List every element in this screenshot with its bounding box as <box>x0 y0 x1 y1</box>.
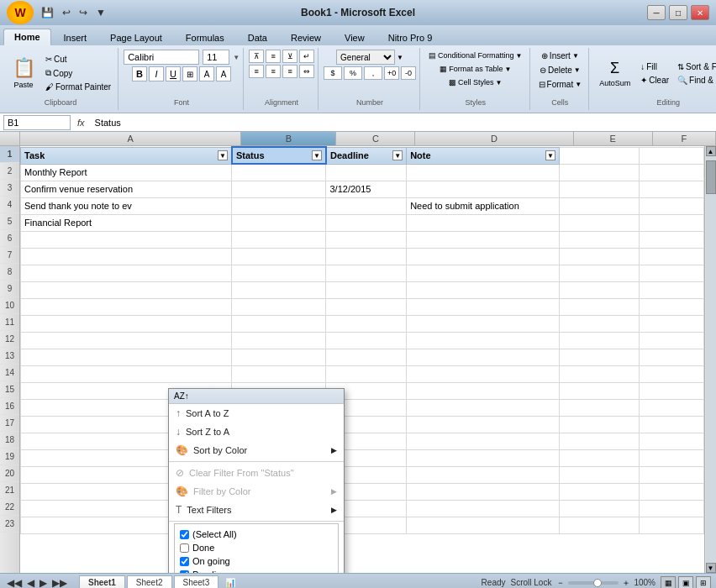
tab-review[interactable]: Review <box>280 29 332 45</box>
checkbox-done[interactable]: Done <box>178 541 334 554</box>
tab-formulas[interactable]: Formulas <box>175 29 235 45</box>
autosum-button[interactable]: Σ AutoSum <box>594 56 635 91</box>
sheet-tab-1[interactable]: Sheet1 <box>79 575 125 588</box>
cell-f5[interactable] <box>639 214 703 231</box>
cell-e2[interactable] <box>559 164 639 181</box>
filter-deadline-button[interactable]: ▼ <box>392 150 403 160</box>
tab-nitro[interactable]: Nitro Pro 9 <box>377 29 444 45</box>
filter-task-button[interactable]: ▼ <box>218 150 228 160</box>
number-format-select[interactable]: General <box>336 50 395 65</box>
cell-a3[interactable]: Confirm venue reservation <box>21 181 232 197</box>
cell-f3[interactable] <box>639 181 703 197</box>
clear-button[interactable]: ✦ Clear <box>637 74 672 87</box>
cell-a7[interactable] <box>21 248 232 265</box>
tab-data[interactable]: Data <box>237 29 278 45</box>
checkbox-pending[interactable]: Pending <box>178 568 334 573</box>
vertical-scrollbar[interactable]: ▲ ▼ <box>704 146 716 573</box>
checkbox-select-all-input[interactable] <box>180 530 189 539</box>
cell-a14[interactable] <box>21 365 232 382</box>
cell-d5[interactable] <box>407 214 560 231</box>
col-header-c[interactable]: C <box>336 132 415 145</box>
paste-button[interactable]: 📋 Paste <box>7 54 40 92</box>
format-as-table-button[interactable]: ▦ Format as Table ▼ <box>436 63 514 75</box>
sheet-nav-first[interactable]: ◀◀ <box>5 577 24 589</box>
cell-e5[interactable] <box>559 214 639 231</box>
scroll-down-button[interactable]: ▼ <box>706 563 716 573</box>
zoom-out-button[interactable]: － <box>556 577 565 589</box>
page-break-view-button[interactable]: ⊞ <box>696 576 711 589</box>
cell-c3[interactable]: 3/12/2015 <box>326 181 407 197</box>
decrease-decimal-button[interactable]: -0 <box>401 66 416 80</box>
find-select-button[interactable]: 🔍 Find & Select <box>674 74 716 87</box>
delete-cells-button[interactable]: ⊖ Delete ▼ <box>536 64 584 76</box>
dropdown-button[interactable]: ▼ <box>93 5 108 20</box>
conditional-formatting-button[interactable]: ▤ Conditional Formatting ▼ <box>425 50 525 61</box>
checkbox-ongoing[interactable]: On going <box>178 554 334 568</box>
cell-f1[interactable] <box>639 147 703 164</box>
checkbox-done-input[interactable] <box>180 543 189 553</box>
col-header-f[interactable]: F <box>653 132 716 145</box>
cell-a10[interactable] <box>21 298 232 315</box>
col-header-a[interactable]: A <box>20 132 241 145</box>
filter-note-button[interactable]: ▼ <box>545 150 555 160</box>
merge-center-button[interactable]: ⇔ <box>299 65 314 78</box>
insert-cells-button[interactable]: ⊕ Insert ▼ <box>538 50 582 62</box>
cell-d3[interactable] <box>407 181 560 197</box>
filter-by-color-menuitem[interactable]: 🎨 Filter by Color ▶ <box>169 482 344 501</box>
font-name-input[interactable]: Calibri <box>124 50 199 65</box>
align-top-button[interactable]: ⊼ <box>249 50 264 63</box>
cell-a9[interactable] <box>21 281 232 298</box>
minimize-button[interactable]: ─ <box>647 5 666 20</box>
cell-styles-button[interactable]: ▩ Cell Styles ▼ <box>445 76 505 88</box>
cell-a4[interactable]: Send thank you note to ev <box>21 197 232 214</box>
comma-button[interactable]: , <box>364 66 382 80</box>
cell-c2[interactable] <box>326 164 407 181</box>
text-filters-menuitem[interactable]: T Text Filters ▶ <box>169 501 344 519</box>
align-middle-button[interactable]: ≡ <box>266 50 281 63</box>
cell-b1[interactable]: Status ▼ <box>232 147 326 164</box>
col-header-e[interactable]: E <box>574 132 653 145</box>
undo-button[interactable]: ↩ <box>60 5 73 20</box>
checkbox-select-all[interactable]: (Select All) <box>178 528 334 541</box>
cell-b3[interactable] <box>232 181 326 197</box>
cell-a2[interactable]: Monthly Report <box>21 164 232 181</box>
cell-f4[interactable] <box>639 197 703 214</box>
zoom-slider[interactable] <box>568 581 619 585</box>
sort-filter-button[interactable]: ⇅ Sort & Filter <box>674 60 716 73</box>
font-size-input[interactable]: 11 <box>203 50 229 65</box>
cell-d4[interactable]: Need to submit application <box>407 197 560 214</box>
checkbox-pending-input[interactable] <box>180 570 189 574</box>
font-dropdown-arrow[interactable]: ▼ <box>233 54 240 61</box>
cell-b5[interactable] <box>232 214 326 231</box>
tab-view[interactable]: View <box>334 29 376 45</box>
col-header-b[interactable]: B <box>241 132 336 145</box>
cell-b2[interactable] <box>232 164 326 181</box>
cell-a11[interactable] <box>21 315 232 332</box>
format-painter-button[interactable]: 🖌 Format Painter <box>42 81 114 93</box>
cell-c1[interactable]: Deadline ▼ <box>326 147 407 164</box>
formula-input[interactable]: Status <box>92 117 713 129</box>
fill-color-button[interactable]: A <box>199 66 214 81</box>
zoom-in-button[interactable]: ＋ <box>622 577 630 589</box>
sheet-tab-2[interactable]: Sheet2 <box>127 575 172 588</box>
tab-home[interactable]: Home <box>3 29 51 45</box>
copy-button[interactable]: ⧉ Copy <box>42 66 114 80</box>
cell-a5[interactable]: Financial Report <box>21 214 232 231</box>
cell-f2[interactable] <box>639 164 703 181</box>
cell-e3[interactable] <box>559 181 639 197</box>
office-button[interactable]: W <box>7 1 34 24</box>
save-button[interactable]: 💾 <box>39 5 56 20</box>
tab-page-layout[interactable]: Page Layout <box>99 29 173 45</box>
cell-e1[interactable] <box>559 147 639 164</box>
add-sheet-button[interactable]: 📊 <box>225 578 235 587</box>
sort-by-color-menuitem[interactable]: 🎨 Sort by Color ▶ <box>169 441 344 459</box>
cell-a6[interactable] <box>21 231 232 248</box>
filter-status-button[interactable]: ▼ <box>312 150 322 160</box>
checkbox-ongoing-input[interactable] <box>180 557 189 566</box>
tab-insert[interactable]: Insert <box>53 29 98 45</box>
sort-z-a-menuitem[interactable]: ↓ Sort Z to A <box>169 423 344 441</box>
scroll-up-button[interactable]: ▲ <box>706 146 716 156</box>
border-button[interactable]: ⊞ <box>182 66 197 81</box>
normal-view-button[interactable]: ▦ <box>661 576 676 589</box>
cell-a12[interactable] <box>21 332 232 349</box>
